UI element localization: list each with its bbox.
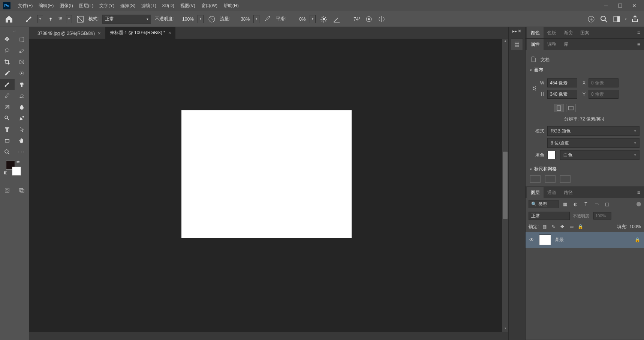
- blur-tool[interactable]: [15, 101, 29, 113]
- panel-menu-icon[interactable]: ≡: [635, 190, 643, 196]
- brush-tool-icon[interactable]: [24, 15, 33, 24]
- type-tool[interactable]: [0, 124, 15, 135]
- lock-position-icon[interactable]: ✥: [559, 223, 566, 230]
- history-brush-tool[interactable]: [0, 90, 15, 101]
- clone-stamp-tool[interactable]: [15, 79, 29, 90]
- filter-pixel-icon[interactable]: ▦: [561, 200, 569, 208]
- screen-mode-tool[interactable]: [15, 185, 29, 196]
- filter-type-icon[interactable]: T: [582, 200, 590, 208]
- tab-properties[interactable]: 属性: [527, 39, 544, 50]
- move-tool[interactable]: [0, 34, 15, 45]
- tab-layers[interactable]: 图层: [527, 187, 544, 198]
- background-color[interactable]: [12, 167, 21, 176]
- smoothing-gear-icon[interactable]: [319, 15, 328, 24]
- pressure-size-icon[interactable]: [364, 15, 373, 24]
- tab-library[interactable]: 库: [560, 39, 572, 50]
- marquee-tool[interactable]: [15, 34, 29, 45]
- panel-menu-icon[interactable]: ≡: [635, 30, 643, 36]
- frame-tool[interactable]: [15, 56, 29, 68]
- lock-all-icon[interactable]: 🔒: [577, 223, 584, 230]
- zoom-tool[interactable]: [0, 146, 15, 158]
- fill-select[interactable]: 白色: [560, 150, 640, 160]
- menu-window[interactable]: 窗口(W): [198, 0, 220, 11]
- airbrush-icon[interactable]: [263, 15, 272, 24]
- layer-row[interactable]: 👁 背景 🔒: [526, 232, 644, 248]
- layer-opacity-value[interactable]: 100%: [593, 212, 611, 220]
- fill-color-swatch[interactable]: [547, 151, 556, 159]
- tab-channels[interactable]: 通道: [544, 187, 560, 198]
- swap-colors-icon[interactable]: ⇄: [16, 160, 19, 164]
- filter-adjust-icon[interactable]: ◐: [571, 200, 580, 208]
- brush-tool[interactable]: [0, 79, 15, 90]
- rulers-section-header[interactable]: ▾ 标尺和网格: [530, 166, 640, 172]
- brush-preview[interactable]: [47, 15, 54, 23]
- menu-image[interactable]: 图像(I): [57, 0, 76, 11]
- search-icon[interactable]: [599, 15, 608, 24]
- eraser-tool[interactable]: [15, 90, 29, 101]
- quick-mask-tool[interactable]: [0, 185, 15, 196]
- tab-gradients[interactable]: 渐变: [560, 27, 577, 38]
- scroll-up-arrow[interactable]: ▴: [502, 39, 508, 44]
- pressure-opacity-icon[interactable]: [207, 15, 216, 24]
- symmetry-icon[interactable]: [377, 15, 386, 24]
- bitdepth-select[interactable]: 8 位/通道: [547, 138, 640, 148]
- tool-preset-dropdown[interactable]: ▾: [37, 15, 43, 23]
- cloud-docs-icon[interactable]: [587, 15, 596, 24]
- tab-adjustments[interactable]: 调整: [544, 39, 560, 50]
- canvas-area[interactable]: ▴ ▾: [29, 39, 508, 332]
- menu-edit[interactable]: 编辑(E): [36, 0, 57, 11]
- filter-toggle[interactable]: [637, 202, 641, 206]
- opacity-dropdown[interactable]: ▾: [198, 15, 204, 23]
- flow-value[interactable]: 38%: [234, 17, 250, 22]
- eyedropper-tool[interactable]: [0, 68, 15, 79]
- dodge-tool[interactable]: [0, 113, 15, 124]
- landscape-icon[interactable]: [566, 104, 576, 112]
- layer-fill-value[interactable]: 100%: [629, 224, 641, 229]
- gradient-tool[interactable]: [0, 101, 15, 113]
- portrait-icon[interactable]: [554, 104, 564, 112]
- height-field[interactable]: 340 像素: [547, 90, 577, 99]
- scrollbar-thumb[interactable]: [503, 152, 508, 219]
- ruler-icon-1[interactable]: [530, 175, 541, 183]
- link-wh-icon[interactable]: ⛓: [532, 86, 537, 91]
- layer-blend-select[interactable]: 正常: [529, 212, 570, 220]
- width-field[interactable]: 454 像素: [547, 78, 577, 87]
- tab-patterns[interactable]: 图案: [577, 27, 593, 38]
- visibility-icon[interactable]: 👁: [529, 237, 535, 242]
- document-tab-1[interactable]: 378849.jpg @ 25%(RGB/8#)×: [33, 28, 105, 39]
- blend-mode-select[interactable]: 正常▾: [102, 15, 151, 24]
- layer-filter-select[interactable]: 🔍类型: [529, 200, 559, 208]
- vertical-scrollbar[interactable]: ▴ ▾: [502, 39, 508, 332]
- ruler-icon-2[interactable]: [545, 175, 556, 183]
- filter-smart-icon[interactable]: ◫: [603, 200, 611, 208]
- lock-artboard-icon[interactable]: ▭: [568, 223, 575, 230]
- flow-dropdown[interactable]: ▾: [253, 15, 259, 23]
- layer-name[interactable]: 背景: [555, 237, 564, 243]
- filter-shape-icon[interactable]: ▭: [592, 200, 601, 208]
- lock-icon[interactable]: 🔒: [635, 237, 640, 242]
- canvas[interactable]: [181, 110, 352, 238]
- menu-select[interactable]: 选择(S): [117, 0, 138, 11]
- scroll-down-arrow[interactable]: ▾: [502, 326, 508, 332]
- lock-paint-icon[interactable]: ✎: [550, 223, 557, 230]
- share-icon[interactable]: [631, 15, 640, 24]
- workspace-icon[interactable]: [612, 15, 621, 24]
- lasso-tool[interactable]: [0, 45, 15, 56]
- canvas-section-header[interactable]: ▾ 画布: [530, 67, 640, 73]
- smoothing-value[interactable]: 0%: [290, 17, 306, 22]
- menu-layer[interactable]: 图层(L): [76, 0, 97, 11]
- close-tab-icon[interactable]: ×: [98, 30, 101, 36]
- brush-size-value[interactable]: 15: [58, 17, 62, 21]
- document-tab-2[interactable]: 未标题-1 @ 100%(RGB/8) *×: [105, 27, 176, 39]
- x-field[interactable]: 0 像素: [589, 78, 619, 87]
- tab-color[interactable]: 颜色: [527, 27, 544, 38]
- menu-type[interactable]: 文字(Y): [96, 0, 117, 11]
- path-select-tool[interactable]: [15, 124, 29, 135]
- workspace-dropdown[interactable]: ▾: [625, 17, 627, 21]
- brush-size-dropdown[interactable]: ▾: [66, 15, 72, 23]
- crop-tool[interactable]: [0, 56, 15, 68]
- angle-value[interactable]: 74°: [345, 17, 361, 22]
- quick-select-tool[interactable]: [15, 45, 29, 56]
- healing-tool[interactable]: [15, 68, 29, 79]
- hand-tool[interactable]: [15, 135, 29, 146]
